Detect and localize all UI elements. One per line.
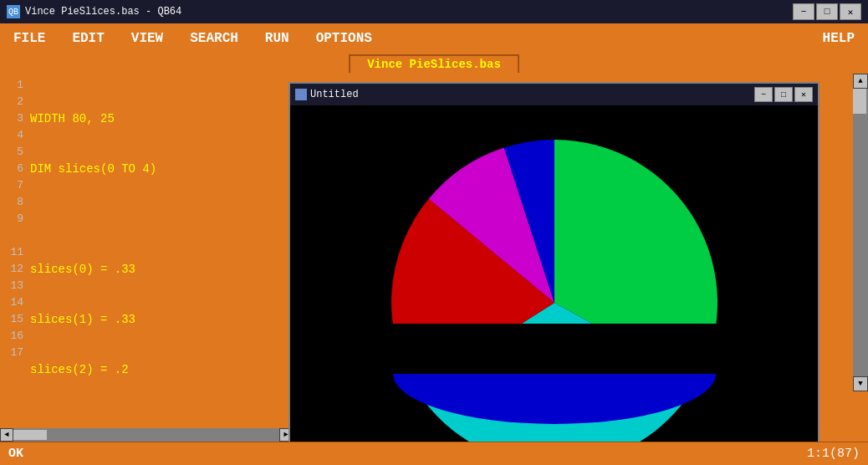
preview-minimize-button[interactable]: − — [754, 87, 773, 102]
minimize-button[interactable]: − — [793, 3, 814, 20]
line-num-4: 4 — [3, 127, 23, 144]
title-bar-controls: − □ ✕ — [793, 3, 861, 20]
line-num-7: 7 — [3, 177, 23, 194]
status-bar: OK 1:1(87) — [0, 442, 868, 465]
menu-help[interactable]: Help — [818, 28, 860, 49]
preview-controls: − □ ✕ — [754, 87, 813, 102]
line-num-5: 5 — [3, 144, 23, 161]
line-num-16: 16 — [3, 328, 23, 345]
maximize-button[interactable]: □ — [816, 3, 838, 20]
line-num-14: 14 — [3, 294, 23, 311]
line-num-15: 15 — [3, 311, 23, 328]
menu-file[interactable]: File — [8, 28, 50, 49]
line-num-9: 9 — [3, 211, 23, 227]
code-line-4: slices(0) = .33 — [30, 261, 289, 278]
line-numbers: 1 2 3 4 5 6 7 8 9 11 12 13 14 15 16 17 — [0, 74, 27, 391]
preview-title-left: Untitled — [295, 89, 359, 100]
code-line-2: DIM slices(0 TO 4) — [30, 161, 289, 177]
line-num-2: 2 — [3, 94, 23, 110]
title-bar-left: QB Vince PieSlices.bas - QB64 — [7, 5, 181, 18]
clip-rect — [393, 324, 716, 374]
code-editor[interactable]: 1 2 3 4 5 6 7 8 9 11 12 13 14 15 16 17 W… — [0, 74, 293, 391]
line-num-17: 17 — [3, 345, 23, 361]
line-num-10 — [3, 227, 23, 244]
preview-close-button[interactable]: ✕ — [794, 87, 813, 102]
close-button[interactable]: ✕ — [840, 3, 861, 20]
line-num-1: 1 — [3, 77, 23, 94]
tab-bar: Vince PieSlices.bas — [0, 54, 868, 74]
line-num-6: 6 — [3, 161, 23, 177]
scroll-thumb[interactable] — [853, 89, 866, 114]
menu-bar: File Edit View Search Run Options Help — [0, 23, 868, 54]
menu-search[interactable]: Search — [185, 28, 243, 49]
status-ok-label: OK — [8, 447, 23, 461]
preview-maximize-button[interactable]: □ — [774, 87, 793, 102]
preview-title: Untitled — [310, 89, 359, 100]
menu-run[interactable]: Run — [260, 28, 294, 49]
scroll-up-button[interactable]: ▲ — [853, 74, 868, 89]
line-num-3: 3 — [3, 110, 23, 127]
menu-edit[interactable]: Edit — [67, 28, 109, 49]
code-line-6: slices(2) = .2 — [30, 361, 289, 378]
scroll-down-button[interactable]: ▼ — [853, 376, 868, 391]
scroll-left-button[interactable]: ◄ — [0, 428, 13, 442]
preview-window: Untitled − □ ✕ — [288, 82, 819, 465]
menu-view[interactable]: View — [126, 28, 168, 49]
active-tab[interactable]: Vince PieSlices.bas — [349, 54, 519, 73]
menu-options[interactable]: Options — [311, 28, 377, 49]
line-num-12: 12 — [3, 261, 23, 278]
code-line-3 — [30, 211, 289, 227]
app-icon: QB — [7, 5, 20, 18]
vertical-scrollbar[interactable]: ▲ ▼ — [853, 74, 868, 391]
line-num-11: 11 — [3, 244, 23, 261]
cursor-position: 1:1(87) — [807, 447, 860, 461]
pie-chart-canvas — [290, 105, 818, 465]
code-line-5: slices(1) = .33 — [30, 311, 289, 328]
line-num-13: 13 — [3, 278, 23, 294]
hscroll-track[interactable] — [13, 430, 279, 440]
horizontal-scrollbar[interactable]: ◄ ► — [0, 428, 293, 442]
preview-icon — [295, 89, 307, 100]
line-num-8: 8 — [3, 194, 23, 211]
code-line-1: WIDTH 80, 25 — [30, 110, 289, 127]
preview-titlebar: Untitled − □ ✕ — [290, 84, 818, 105]
pie-chart — [312, 115, 797, 465]
hscroll-thumb[interactable] — [13, 430, 47, 440]
main-area: 1 2 3 4 5 6 7 8 9 11 12 13 14 15 16 17 W… — [0, 74, 868, 442]
code-content[interactable]: WIDTH 80, 25 DIM slices(0 TO 4) slices(0… — [27, 74, 293, 391]
window-title: Vince PieSlices.bas - QB64 — [25, 6, 181, 18]
scroll-track[interactable] — [853, 89, 868, 376]
title-bar: QB Vince PieSlices.bas - QB64 − □ ✕ — [0, 0, 868, 23]
